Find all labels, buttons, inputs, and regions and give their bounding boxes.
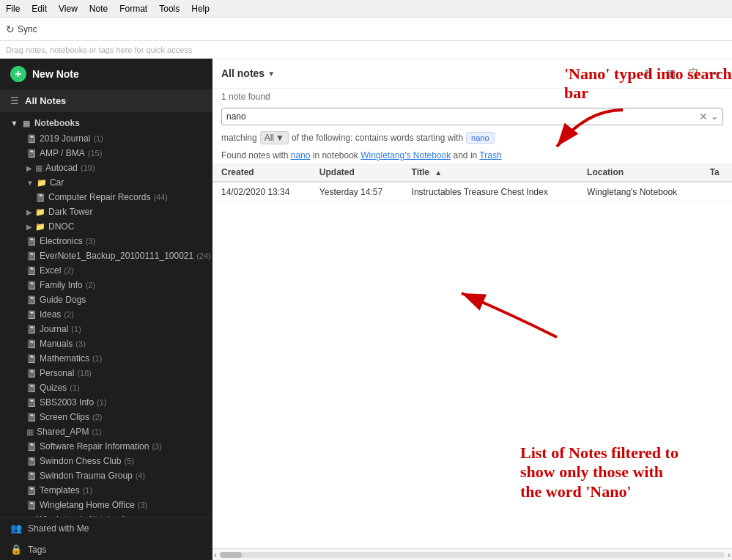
sidebar-item-dnoc[interactable]: ▶ 📁 DNOC xyxy=(0,219,212,234)
col-created[interactable]: Created xyxy=(212,163,311,182)
sidebar-item-autocad[interactable]: ▶ ▦ Autocad (19) xyxy=(0,161,212,175)
notebooks-label: Notebooks xyxy=(34,118,80,128)
sidebar-item-evernote-backup[interactable]: 📓 EverNote1_Backup_20100111_100021 (24) xyxy=(0,248,212,263)
sort-arrow-icon: ▲ xyxy=(435,169,442,177)
sidebar-item-all-notes[interactable]: ☰ All Notes xyxy=(0,89,212,112)
sidebar-item-swindon-trauma[interactable]: 📓 Swindon Trauma Group (4) xyxy=(0,468,212,483)
notebook-icon: 📓 xyxy=(26,457,37,466)
sidebar-item-family-info[interactable]: 📓 Family Info (2) xyxy=(0,278,212,292)
sidebar-item-excel[interactable]: 📓 Excel (2) xyxy=(0,263,212,278)
menu-help[interactable]: Help xyxy=(191,4,210,14)
found-notebook-link[interactable]: Wingletang's Notebook xyxy=(361,150,451,161)
sidebar-item-tags[interactable]: 🔒 Tags xyxy=(0,539,212,560)
notebook-icon: 📓 xyxy=(26,281,37,290)
all-notes-icon: ☰ xyxy=(10,95,19,106)
sidebar-item-screen-clips[interactable]: 📓 Screen Clips (2) xyxy=(0,410,212,424)
sidebar-item-personal[interactable]: 📓 Personal (18) xyxy=(0,366,212,380)
notes-table: Created Updated Title ▲ Location Ta 14/0… xyxy=(212,163,732,202)
sidebar-item-quizes[interactable]: 📓 Quizes (1) xyxy=(0,380,212,395)
scroll-thumb[interactable] xyxy=(220,552,242,558)
share-button[interactable]: 📋 xyxy=(684,65,701,82)
notebook-icon: 📓 xyxy=(26,486,37,495)
sidebar-item-swindon-chess[interactable]: 📓 Swindon Chess Club (5) xyxy=(0,454,212,468)
notebook-icon: 📓 xyxy=(26,134,37,144)
menu-format[interactable]: Format xyxy=(119,4,147,14)
table-row[interactable]: 14/02/2020 13:34 Yesterday 14:57 Instruc… xyxy=(212,182,732,202)
sidebar-nav: ☰ All Notes ▼ ▦ Notebooks 📓 2019 Journal… xyxy=(0,89,212,517)
found-trash-link[interactable]: Trash xyxy=(479,150,501,161)
found-nano-link[interactable]: nano xyxy=(291,150,311,161)
new-note-button[interactable]: + New Note xyxy=(0,59,212,89)
cell-location: Wingletang's Notebook xyxy=(578,182,701,202)
new-note-label: New Note xyxy=(32,68,79,80)
found-prefix: Found notes with xyxy=(221,150,291,161)
sidebar-item-templates[interactable]: 📓 Templates (1) xyxy=(0,483,212,498)
notes-header: All notes ▼ ⇅ ▦ 📋 ••• xyxy=(212,59,732,89)
search-expand-icon[interactable]: ⌄ xyxy=(711,111,718,122)
toolbar: ↻ Sync xyxy=(0,18,732,41)
menu-note[interactable]: Note xyxy=(89,4,108,14)
expand-icon: ▶ xyxy=(26,164,32,172)
scroll-left-btn[interactable]: ‹ xyxy=(214,550,217,559)
sidebar-item-2019journal[interactable]: 📓 2019 Journal (1) xyxy=(0,131,212,146)
notebook-icon: 📓 xyxy=(26,354,37,364)
filter-all-dropdown[interactable]: All ▼ xyxy=(260,131,289,144)
filter-nano-tag: nano xyxy=(466,132,494,144)
notebook-icon: 📓 xyxy=(26,383,37,393)
sidebar-item-car[interactable]: ▼ 📁 Car xyxy=(0,175,212,190)
sidebar-item-manuals[interactable]: 📓 Manuals (3) xyxy=(0,336,212,351)
search-clear-button[interactable]: ✕ xyxy=(699,111,708,122)
sidebar-item-ideas[interactable]: 📓 Ideas (2) xyxy=(0,307,212,322)
more-options-button[interactable]: ••• xyxy=(706,65,723,82)
cell-tags xyxy=(701,182,732,202)
search-bar[interactable]: ✕ ⌄ xyxy=(221,108,723,125)
notebook-icon: 📓 xyxy=(26,295,37,305)
sidebar-item-guide-dogs[interactable]: 📓 Guide Dogs xyxy=(0,292,212,307)
notes-dropdown-arrow: ▼ xyxy=(267,70,275,78)
sidebar-item-journal[interactable]: 📓 Journal (1) xyxy=(0,322,212,336)
menu-edit[interactable]: Edit xyxy=(32,4,47,14)
scroll-right-btn[interactable]: › xyxy=(728,550,731,559)
sidebar-item-electronics[interactable]: 📓 Electronics (3) xyxy=(0,234,212,248)
expand-icon: ▼ xyxy=(26,179,34,187)
notebook-icon: 📓 xyxy=(26,369,37,378)
sidebar-item-sbs2003[interactable]: 📓 SBS2003 Info (1) xyxy=(0,395,212,410)
notebooks-header[interactable]: ▼ ▦ Notebooks xyxy=(0,112,212,131)
sidebar-item-software-repair[interactable]: 📓 Software Repair Information (3) xyxy=(0,439,212,454)
sidebar-item-mathematics[interactable]: 📓 Mathematics (1) xyxy=(0,351,212,366)
scroll-track[interactable] xyxy=(220,552,725,558)
menu-view[interactable]: View xyxy=(59,4,78,14)
notebooks-icon: ▦ xyxy=(23,119,30,128)
col-updated[interactable]: Updated xyxy=(311,163,403,182)
menu-file[interactable]: File xyxy=(6,4,20,14)
col-location[interactable]: Location xyxy=(578,163,701,182)
sidebar-item-amp-bma[interactable]: 📓 AMP / BMA (15) xyxy=(0,146,212,161)
new-note-icon: + xyxy=(10,66,26,82)
notebook-icon: 📓 xyxy=(26,266,37,276)
sync-button[interactable]: ↻ Sync xyxy=(6,23,37,35)
sort-button[interactable]: ⇅ xyxy=(640,65,657,82)
view-list-button[interactable]: ▦ xyxy=(662,65,679,82)
notes-title-area[interactable]: All notes ▼ xyxy=(221,67,275,79)
found-middle: in notebook xyxy=(310,150,361,161)
expand-icon: ▶ xyxy=(26,223,32,231)
notebook-icon: 📓 xyxy=(26,442,37,452)
sidebar-item-wingletang-home[interactable]: 📓 Wingletang Home Office (3) xyxy=(0,498,212,512)
filter-dropdown-arrow: ▼ xyxy=(276,133,284,143)
tags-icon: 🔒 xyxy=(10,544,22,555)
quick-access-placeholder: Drag notes, notebooks or tags here for q… xyxy=(6,45,192,54)
shared-icon: 👥 xyxy=(10,523,22,534)
sidebar-item-shared-apm[interactable]: ▦ Shared_APM (1) xyxy=(0,424,212,439)
sync-label: Sync xyxy=(18,24,37,34)
folder-icon: 📁 xyxy=(35,222,45,232)
col-title[interactable]: Title ▲ xyxy=(403,163,578,182)
notes-table-wrapper[interactable]: Created Updated Title ▲ Location Ta 14/0… xyxy=(212,163,732,548)
sidebar-item-dark-tower[interactable]: ▶ 📁 Dark Tower xyxy=(0,205,212,219)
sidebar-item-shared-with-me[interactable]: 👥 Shared with Me xyxy=(0,517,212,539)
horizontal-scrollbar[interactable]: ‹ › xyxy=(212,548,732,560)
col-tags[interactable]: Ta xyxy=(701,163,732,182)
sidebar-item-computer-repair[interactable]: 📓 Computer Repair Records (44) xyxy=(0,190,212,205)
search-input[interactable] xyxy=(226,111,696,122)
cell-created: 14/02/2020 13:34 xyxy=(212,182,311,202)
menu-tools[interactable]: Tools xyxy=(159,4,180,14)
